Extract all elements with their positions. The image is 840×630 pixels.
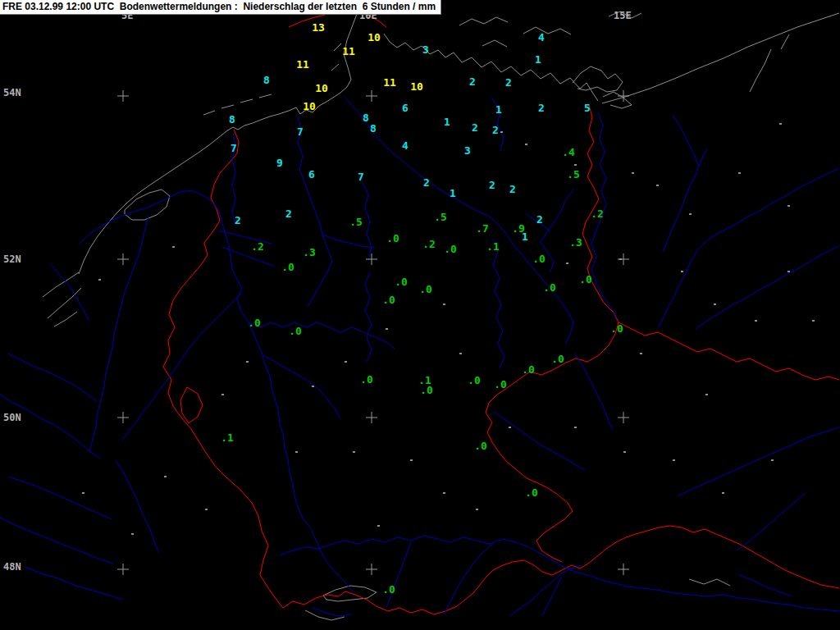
terrain-mark (705, 394, 708, 395)
terrain-mark (172, 246, 175, 248)
station-precipitation-value: 2 (423, 176, 430, 189)
river-poland-5 (737, 493, 806, 550)
river-danube (280, 536, 839, 611)
river-isar (444, 544, 493, 614)
terrain-mark (722, 492, 724, 494)
terrain-mark (623, 451, 626, 453)
station-precipitation-value: .3 (569, 236, 582, 249)
terrain-mark (812, 320, 815, 322)
station-precipitation-value: 8 (229, 113, 235, 126)
terrain-mark (574, 427, 577, 428)
coastline-northfrisian-1 (331, 64, 339, 71)
station-precipitation-value: 6 (402, 102, 409, 114)
terrain-mark (459, 353, 462, 354)
grid-cross (618, 90, 629, 102)
river-leine (362, 181, 372, 260)
station-precipitation-value: 2 (285, 208, 292, 220)
coastline-frisian-1 (203, 111, 215, 115)
coastline-frisian-3 (240, 99, 253, 103)
terrain-mark (566, 262, 568, 264)
station-precipitation-value: 1 (495, 103, 502, 116)
terrain-mark (386, 328, 388, 330)
border-luxembourg (180, 387, 203, 423)
grid-cross (117, 253, 129, 265)
station-precipitation-value: 1 (450, 187, 456, 199)
station-precipitation-value: .0 (610, 322, 623, 335)
river-werra (365, 272, 372, 362)
station-precipitation-value: .4 (562, 146, 575, 158)
river-poland-4 (678, 427, 839, 496)
coastline-northfrisian-2 (334, 43, 341, 51)
river-czech-2 (575, 354, 613, 431)
station-precipitation-value: 2 (505, 76, 512, 89)
station-precipitation-value: .0 (420, 384, 433, 396)
station-precipitation-value: 7 (297, 126, 304, 138)
station-precipitation-value: 10 (303, 100, 316, 112)
station-precipitation-value: 10 (410, 80, 423, 93)
station-precipitation-value: .0 (468, 374, 481, 386)
station-precipitation-value: .0 (551, 353, 564, 365)
station-precipitation-value: .1 (221, 431, 234, 444)
station-precipitation-value: .0 (522, 363, 535, 376)
map-canvas (0, 0, 840, 630)
station-precipitation-value: 11 (383, 76, 396, 89)
station-precipitation-value: 11 (342, 45, 355, 57)
station-precipitation-value: 5 (584, 102, 591, 114)
river-france-1 (8, 354, 97, 401)
river-saale (493, 239, 504, 368)
river-lech (386, 542, 411, 608)
terrain-mark (525, 144, 527, 145)
station-precipitation-value: 2 (469, 75, 476, 88)
river-france-7 (50, 263, 89, 321)
coastline-danish-isles-3 (482, 40, 507, 47)
terrain-mark (377, 525, 380, 527)
terrain-mark (98, 279, 101, 281)
river-warta (658, 168, 839, 327)
terrain-mark (755, 320, 757, 322)
river-neckar (263, 355, 340, 419)
station-precipitation-value: .0 (525, 486, 538, 499)
border-sudetes (619, 322, 839, 380)
terrain-mark (714, 304, 716, 305)
station-precipitation-value: 1 (444, 116, 450, 128)
station-precipitation-value: .0 (543, 281, 556, 294)
grid-cross (618, 253, 629, 265)
station-precipitation-value: 3 (422, 43, 429, 56)
station-precipitation-value: .5 (434, 211, 447, 223)
river-france-4 (0, 518, 113, 564)
grid-cross (618, 412, 629, 423)
station-precipitation-value: 2 (472, 121, 478, 134)
terrain-mark (295, 451, 298, 453)
station-precipitation-value: .0 (494, 378, 507, 390)
river-ne-poland (673, 115, 699, 167)
river-weser (298, 116, 332, 307)
station-precipitation-value: .0 (579, 273, 592, 285)
station-precipitation-value: 9 (276, 157, 283, 169)
grid-cross (618, 564, 629, 575)
terrain-mark (771, 459, 774, 461)
station-precipitation-value: 1 (535, 53, 541, 66)
station-precipitation-value: .5 (567, 168, 580, 180)
coastline-ne-1 (750, 49, 771, 92)
grid-cross (117, 412, 129, 423)
station-precipitation-value: 4 (538, 31, 545, 43)
river-france-5 (25, 567, 123, 600)
terrain-mark (656, 185, 659, 186)
station-precipitation-value: .2 (591, 208, 604, 220)
station-precipitation-value: .0 (419, 283, 432, 295)
coastline-frisian-4 (259, 94, 272, 98)
river-swiss (313, 608, 352, 616)
station-precipitation-value: 4 (402, 139, 409, 152)
station-precipitation-value: .0 (382, 583, 395, 596)
coastline-poland (602, 13, 839, 103)
river-poland-2 (696, 246, 839, 329)
coastline-usedom (603, 92, 632, 108)
terrain-mark (131, 533, 134, 535)
station-precipitation-value: .0 (382, 294, 395, 306)
station-precipitation-value: .0 (386, 232, 399, 244)
grid-cross (117, 90, 129, 102)
border-east (486, 105, 619, 562)
border-west (163, 130, 283, 608)
terrain-mark (509, 427, 511, 428)
terrain-mark (205, 509, 208, 510)
